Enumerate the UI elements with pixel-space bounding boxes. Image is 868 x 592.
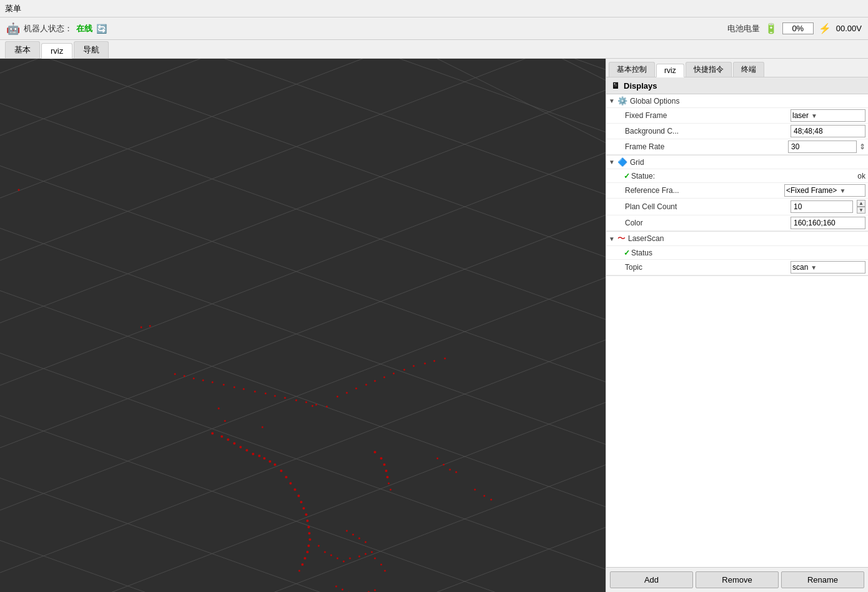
reference-frame-value: <Fixed Frame>	[786, 186, 837, 195]
svg-point-71	[263, 457, 266, 460]
svg-point-65	[227, 438, 229, 441]
svg-point-89	[301, 563, 304, 566]
svg-point-39	[212, 382, 214, 383]
frame-rate-row: Frame Rate ⇕	[606, 139, 868, 155]
svg-point-88	[304, 557, 306, 560]
svg-point-58	[404, 369, 406, 371]
svg-point-46	[284, 397, 286, 399]
svg-point-104	[359, 556, 361, 558]
topic-value: scan	[792, 263, 808, 272]
laser-scan-icon: 〜	[617, 233, 626, 244]
plan-cell-count-input[interactable]	[791, 200, 853, 213]
svg-point-49	[316, 404, 317, 406]
svg-point-47	[296, 400, 297, 402]
robot-status-label: 机器人状态：	[24, 23, 72, 34]
svg-point-53	[356, 388, 357, 390]
svg-point-84	[308, 532, 311, 535]
svg-point-129	[262, 427, 264, 428]
battery-value: 0%	[782, 22, 814, 34]
svg-point-62	[444, 358, 446, 360]
tab-basic-control[interactable]: 基本控制	[609, 62, 655, 77]
plan-cell-count-value-cell: ▲ ▼	[791, 200, 866, 214]
topic-dropdown[interactable]: scan ▼	[791, 261, 866, 274]
reference-frame-value-cell: <Fixed Frame> ▼	[784, 184, 866, 197]
background-color-value-cell	[791, 125, 866, 137]
svg-point-56	[384, 377, 386, 378]
svg-point-115	[484, 495, 486, 497]
left-tab-row: 基本 rviz 导航	[0, 40, 868, 59]
svg-point-75	[285, 476, 287, 478]
right-tab-row: 基本控制 rviz 快捷指令 终端	[606, 59, 868, 77]
add-button[interactable]: Add	[610, 571, 693, 588]
svg-point-103	[349, 558, 351, 560]
cell-count-up[interactable]: ▲	[857, 200, 866, 207]
cell-count-down[interactable]: ▼	[857, 207, 866, 214]
right-panel: 基本控制 rviz 快捷指令 终端 🖥 Displays ▼ ⚙️ Global…	[606, 59, 868, 592]
voltage-value: 00.00V	[836, 24, 862, 33]
svg-point-108	[381, 564, 382, 566]
laser-scan-section: ▼ 〜 LaserScan ✓ Status Topic scan	[606, 232, 868, 276]
global-options-row[interactable]: ▼ ⚙️ Global Options	[606, 94, 868, 108]
tab-basic[interactable]: 基本	[5, 41, 40, 58]
tab-terminal[interactable]: 终端	[733, 62, 764, 77]
svg-point-69	[252, 453, 254, 455]
svg-point-54	[366, 384, 367, 386]
fixed-frame-dropdown[interactable]: laser ▼	[791, 109, 866, 122]
svg-point-40	[223, 384, 225, 386]
tab-nav[interactable]: 导航	[74, 41, 109, 58]
reference-frame-label: Reference Fra...	[625, 186, 784, 195]
svg-point-119	[359, 538, 361, 540]
svg-point-102	[343, 561, 345, 563]
expand-laser-scan[interactable]: ▼	[609, 235, 616, 242]
remove-button[interactable]: Remove	[696, 571, 779, 588]
tab-rviz-right[interactable]: rviz	[656, 64, 684, 77]
reference-frame-dropdown[interactable]: <Fixed Frame> ▼	[784, 184, 866, 197]
rename-button[interactable]: Rename	[781, 571, 864, 588]
laser-scan-status-row: ✓ Status	[606, 246, 868, 260]
viz-area[interactable]	[0, 59, 606, 592]
grid-row[interactable]: ▼ 🔷 Grid	[606, 155, 868, 169]
expand-global-options[interactable]: ▼	[609, 97, 616, 104]
svg-point-35	[174, 373, 176, 375]
battery-label: 电池电量	[727, 23, 760, 34]
menu-label[interactable]: 菜单	[5, 3, 21, 14]
svg-point-42	[243, 388, 245, 390]
cell-count-spinner[interactable]: ▲ ▼	[857, 200, 866, 214]
grid-color-input[interactable]	[791, 217, 866, 229]
svg-point-111	[443, 464, 445, 466]
svg-point-77	[294, 488, 296, 491]
svg-point-106	[371, 551, 373, 553]
laser-scan-row[interactable]: ▼ 〜 LaserScan	[606, 232, 868, 246]
expand-grid[interactable]: ▼	[609, 159, 616, 165]
background-color-label: Background C...	[625, 127, 791, 136]
frame-rate-input[interactable]	[788, 141, 857, 153]
main-content: 基本控制 rviz 快捷指令 终端 🖥 Displays ▼ ⚙️ Global…	[0, 59, 868, 592]
svg-point-87	[306, 551, 309, 553]
topic-row: Topic scan ▼	[606, 260, 868, 275]
frame-rate-value-cell: ⇕	[788, 141, 866, 153]
svg-point-113	[456, 471, 457, 473]
svg-point-80	[302, 507, 305, 510]
svg-point-51	[337, 396, 339, 398]
topic-arrow: ▼	[811, 264, 817, 271]
global-options-label: Global Options	[630, 97, 866, 106]
svg-point-79	[300, 501, 302, 503]
background-color-input[interactable]	[791, 125, 866, 137]
tab-rviz[interactable]: rviz	[41, 43, 72, 59]
svg-point-107	[374, 558, 376, 560]
tab-shortcuts[interactable]: 快捷指令	[686, 62, 732, 77]
svg-point-70	[258, 455, 261, 457]
grid-label: Grid	[630, 158, 866, 167]
svg-point-73	[274, 463, 276, 466]
displays-title: Displays	[624, 81, 657, 91]
laser-status-check: ✓	[624, 249, 630, 257]
svg-point-45	[274, 395, 276, 397]
displays-panel: 🖥 Displays ▼ ⚙️ Global Options Fixed Fra…	[606, 77, 868, 567]
fixed-frame-label: Fixed Frame	[625, 111, 791, 120]
svg-point-67	[239, 446, 242, 448]
reference-frame-row: Reference Fra... <Fixed Frame> ▼	[606, 183, 868, 199]
svg-point-96	[388, 483, 390, 485]
svg-point-66	[233, 442, 236, 445]
refresh-icon[interactable]: 🔄	[96, 24, 107, 34]
svg-point-60	[424, 363, 426, 365]
